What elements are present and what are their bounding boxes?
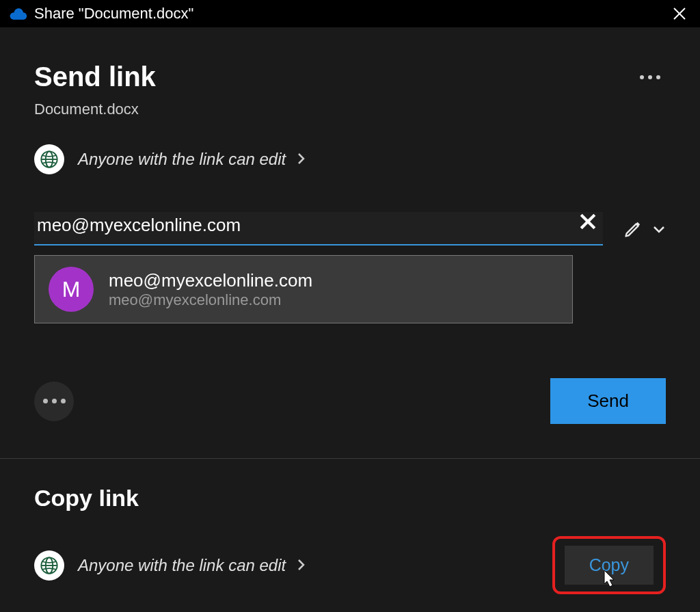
document-name: Document.docx	[34, 101, 666, 118]
header-row: Send link	[34, 62, 666, 92]
copy-link-title: Copy link	[34, 485, 666, 511]
copy-permission-text: Anyone with the link can edit	[78, 556, 306, 575]
send-link-title: Send link	[34, 62, 156, 92]
send-button[interactable]: Send	[550, 378, 666, 424]
dialog-content: Send link Document.docx Anyone with the …	[0, 27, 700, 594]
globe-icon	[34, 144, 64, 174]
pencil-icon	[623, 219, 643, 239]
message-more-button[interactable]	[34, 382, 74, 421]
edit-permissions-dropdown[interactable]	[623, 219, 666, 239]
recipient-email-input[interactable]	[34, 212, 603, 236]
copy-link-row: Anyone with the link can edit Copy	[34, 536, 666, 594]
contact-suggestion-item[interactable]: M meo@myexcelonline.com meo@myexcelonlin…	[34, 255, 573, 323]
title-bar: Share "Document.docx"	[0, 0, 700, 27]
onedrive-cloud-icon	[8, 7, 27, 21]
copy-button-highlight: Copy	[552, 536, 666, 594]
chevron-down-icon	[652, 224, 666, 234]
link-settings-button[interactable]: Anyone with the link can edit	[34, 144, 666, 174]
window-title: Share "Document.docx"	[34, 5, 667, 23]
suggestion-text: meo@myexcelonline.com meo@myexcelonline.…	[109, 270, 312, 309]
chevron-right-icon	[297, 556, 306, 574]
more-options-button[interactable]	[634, 70, 666, 85]
permission-text: Anyone with the link can edit	[78, 150, 306, 169]
actions-row: Send	[34, 378, 666, 424]
chevron-right-icon	[297, 150, 306, 168]
suggestion-secondary: meo@myexcelonline.com	[109, 291, 312, 309]
cursor-icon	[599, 569, 618, 594]
globe-icon	[34, 550, 64, 581]
copy-link-settings-button[interactable]: Anyone with the link can edit	[34, 550, 306, 581]
recipient-input-row	[34, 212, 666, 245]
close-icon	[673, 7, 686, 21]
close-icon	[578, 212, 597, 231]
clear-input-button[interactable]	[578, 212, 597, 234]
copy-link-section: Copy link Anyone with the link can edit	[34, 459, 666, 594]
suggestion-primary: meo@myexcelonline.com	[109, 270, 312, 291]
close-button[interactable]	[667, 1, 692, 26]
avatar: M	[49, 267, 94, 312]
email-input-wrapper	[34, 212, 603, 245]
